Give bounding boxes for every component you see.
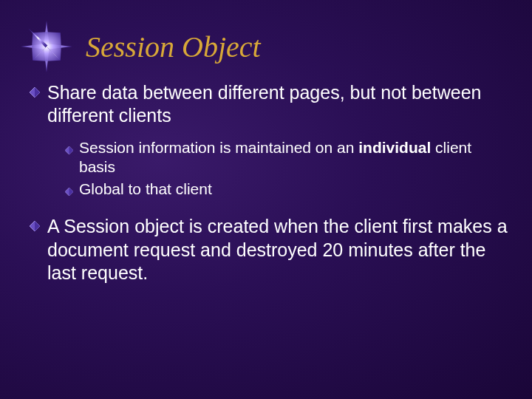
diamond-bullet-icon xyxy=(65,144,73,152)
text-segment: Global to that client xyxy=(79,180,212,197)
diamond-bullet-icon xyxy=(30,87,40,98)
svg-marker-13 xyxy=(35,221,40,231)
star-icon xyxy=(21,21,72,72)
bullet-text: A Session object is created when the cli… xyxy=(47,215,510,284)
bullet-text: Global to that client xyxy=(79,180,510,199)
bullet-text: Session information is maintained on an … xyxy=(79,138,510,177)
bullet-level1: Share data between different pages, but … xyxy=(30,81,510,128)
text-bold: individual xyxy=(358,139,431,156)
text-segment: Session information is maintained on an xyxy=(79,139,358,156)
diamond-bullet-icon xyxy=(65,185,73,194)
slide-title-row: Session Object xyxy=(21,21,261,72)
svg-marker-11 xyxy=(69,188,74,196)
bullet-text: Share data between different pages, but … xyxy=(47,81,510,128)
bullet-level2: Session information is maintained on an … xyxy=(65,138,510,177)
slide-title: Session Object xyxy=(86,30,261,64)
bullet-level1: A Session object is created when the cli… xyxy=(30,215,510,284)
diamond-bullet-icon xyxy=(30,221,40,231)
slide-content: Share data between different pages, but … xyxy=(30,81,510,295)
sub-bullet-group: Session information is maintained on an … xyxy=(30,138,510,200)
svg-marker-7 xyxy=(35,87,40,98)
svg-marker-9 xyxy=(69,146,74,154)
bullet-level2: Global to that client xyxy=(65,180,510,199)
